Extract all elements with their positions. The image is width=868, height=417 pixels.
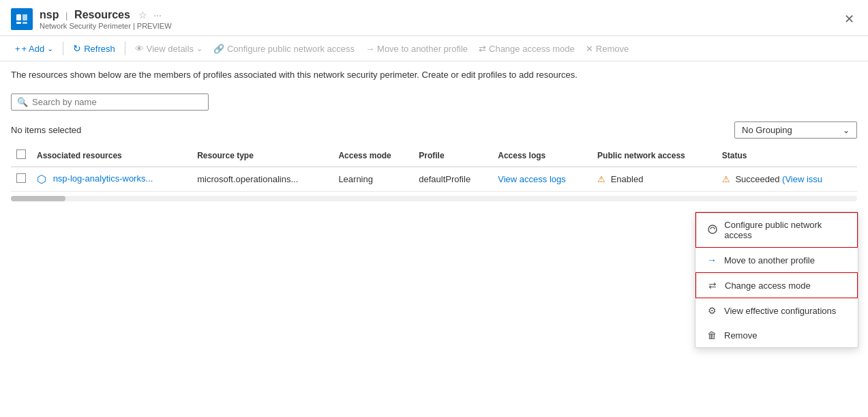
items-selected-label: No items selected bbox=[11, 125, 81, 135]
search-icon: 🔍 bbox=[17, 97, 28, 107]
horizontal-scrollbar[interactable] bbox=[11, 192, 857, 205]
remove-menu-label: Remove bbox=[724, 330, 757, 341]
search-input-wrap: 🔍 bbox=[11, 94, 209, 111]
col-resource-type: Resource type bbox=[192, 144, 333, 167]
col-profile: Profile bbox=[413, 144, 492, 167]
view-details-icon: 👁 bbox=[135, 44, 144, 54]
status-warning-icon: ⚠ bbox=[722, 174, 730, 184]
grouping-select[interactable]: No Grouping ⌄ bbox=[734, 121, 857, 139]
grouping-chevron-icon: ⌄ bbox=[843, 126, 850, 135]
svg-rect-0 bbox=[16, 14, 21, 20]
refresh-button[interactable]: ↻ Refresh bbox=[69, 40, 119, 57]
header-left: nsp | Resources ☆ ··· Network Security P… bbox=[11, 8, 172, 30]
context-menu-remove[interactable]: 🗑 Remove bbox=[695, 323, 858, 347]
move-profile-menu-icon: → bbox=[706, 255, 717, 265]
move-profile-button[interactable]: → Move to another profile bbox=[361, 41, 472, 57]
nsp-icon-svg bbox=[15, 12, 29, 26]
table-header: Associated resources Resource type Acces… bbox=[11, 144, 857, 167]
grouping-label: No Grouping bbox=[742, 125, 792, 135]
add-button[interactable]: + + Add ⌄ bbox=[11, 41, 57, 57]
public-network-access-cell: ⚠ Enabled bbox=[592, 167, 717, 192]
remove-button[interactable]: ✕ Remove bbox=[582, 41, 633, 57]
header-title: nsp | Resources ☆ ··· bbox=[40, 9, 172, 21]
resources-table: Associated resources Resource type Acces… bbox=[11, 144, 857, 192]
configure-pna-icon: 🔗 bbox=[213, 44, 224, 54]
resource-type-icon: ⬡ bbox=[37, 173, 46, 185]
col-public-network-access: Public network access bbox=[592, 144, 717, 167]
resource-type-cell: microsoft.operationalins... bbox=[192, 167, 333, 192]
col-access-mode: Access mode bbox=[333, 144, 413, 167]
change-access-menu-icon: ⇄ bbox=[707, 280, 718, 291]
svg-point-4 bbox=[708, 225, 717, 233]
access-logs-cell: View access logs bbox=[492, 167, 592, 192]
remove-icon: ✕ bbox=[586, 44, 593, 54]
change-access-button[interactable]: ⇄ Change access mode bbox=[475, 41, 579, 57]
context-menu-view-effective[interactable]: ⚙ View effective configurations bbox=[695, 298, 858, 323]
context-menu-change-access[interactable]: ⇄ Change access mode bbox=[695, 272, 858, 298]
col-status: Status bbox=[717, 144, 857, 167]
remove-menu-icon: 🗑 bbox=[706, 330, 717, 341]
refresh-icon: ↻ bbox=[73, 43, 81, 54]
svg-rect-2 bbox=[16, 22, 21, 24]
info-bar: The resources shown below are the member… bbox=[0, 61, 868, 88]
select-all-checkbox[interactable] bbox=[16, 149, 26, 159]
scrollbar-track bbox=[11, 196, 857, 201]
more-options-ellipsis[interactable]: ··· bbox=[153, 10, 162, 20]
change-access-menu-label: Change access mode bbox=[725, 281, 811, 291]
public-network-warning-icon: ⚠ bbox=[597, 174, 605, 184]
view-effective-menu-icon: ⚙ bbox=[706, 305, 717, 316]
table-wrap: Associated resources Resource type Acces… bbox=[0, 144, 868, 205]
view-effective-menu-label: View effective configurations bbox=[724, 306, 836, 316]
toolbar-separator-1 bbox=[63, 42, 63, 55]
header-subtitle: Network Security Perimeter | PREVIEW bbox=[40, 22, 172, 30]
add-icon: + bbox=[15, 44, 20, 54]
search-bar: 🔍 bbox=[0, 88, 868, 119]
nsp-icon bbox=[11, 8, 33, 30]
access-logs-link[interactable]: View access logs bbox=[498, 174, 565, 184]
header: nsp | Resources ☆ ··· Network Security P… bbox=[0, 0, 868, 36]
profile-cell: defaultProfile bbox=[413, 167, 492, 192]
col-associated-resources: Associated resources bbox=[31, 144, 192, 167]
svg-rect-1 bbox=[23, 14, 27, 20]
row-checkbox[interactable] bbox=[16, 173, 26, 183]
col-access-logs: Access logs bbox=[492, 144, 592, 167]
public-network-access-value: Enabled bbox=[611, 174, 644, 184]
toolbar: + + Add ⌄ ↻ Refresh 👁 View details ⌄ 🔗 C… bbox=[0, 36, 868, 61]
search-input[interactable] bbox=[32, 97, 203, 107]
favorite-star[interactable]: ☆ bbox=[138, 10, 147, 20]
view-details-chevron-icon: ⌄ bbox=[196, 44, 203, 53]
status-value: Succeeded bbox=[735, 174, 779, 184]
row-checkbox-cell bbox=[11, 167, 31, 192]
close-button[interactable]: ✕ bbox=[841, 12, 857, 27]
change-access-icon: ⇄ bbox=[479, 44, 486, 54]
move-profile-menu-label: Move to another profile bbox=[724, 255, 815, 265]
svg-rect-3 bbox=[23, 22, 27, 24]
context-menu-move-profile[interactable]: → Move to another profile bbox=[695, 248, 858, 272]
view-details-button[interactable]: 👁 View details ⌄ bbox=[131, 41, 207, 57]
move-profile-icon: → bbox=[365, 44, 374, 54]
table-row: ⬡ nsp-log-analytics-works... microsoft.o… bbox=[11, 167, 857, 192]
table-header-row: Associated resources Resource type Acces… bbox=[11, 144, 857, 167]
access-mode-cell: Learning bbox=[333, 167, 413, 192]
title-block: nsp | Resources ☆ ··· Network Security P… bbox=[40, 9, 172, 30]
add-chevron-icon: ⌄ bbox=[47, 44, 53, 53]
table-body: ⬡ nsp-log-analytics-works... microsoft.o… bbox=[11, 167, 857, 192]
status-cell: ⚠ Succeeded (View issu bbox=[717, 167, 857, 192]
context-menu: Configure public network access → Move t… bbox=[695, 212, 858, 348]
configure-pna-button[interactable]: 🔗 Configure public network access bbox=[209, 41, 359, 57]
toolbar-separator-2 bbox=[125, 42, 125, 55]
configure-pna-menu-icon bbox=[707, 225, 717, 236]
col-checkbox bbox=[11, 144, 31, 167]
resource-link[interactable]: nsp-log-analytics-works... bbox=[53, 173, 153, 184]
resource-name-cell: ⬡ nsp-log-analytics-works... bbox=[31, 167, 192, 192]
configure-pna-menu-label: Configure public network access bbox=[724, 220, 846, 240]
table-controls: No items selected No Grouping ⌄ bbox=[0, 119, 868, 144]
scrollbar-thumb[interactable] bbox=[11, 196, 65, 201]
context-menu-configure-pna[interactable]: Configure public network access bbox=[695, 212, 858, 248]
view-issue-link[interactable]: (View issu bbox=[782, 174, 822, 184]
